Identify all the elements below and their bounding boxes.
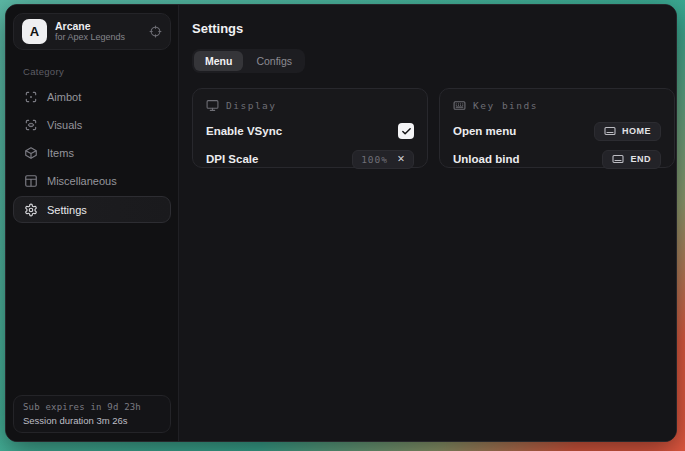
setting-label: DPI Scale [206, 153, 258, 165]
sidebar-item-label: Miscellaneous [47, 175, 117, 187]
sidebar-item-label: Visuals [47, 119, 82, 131]
sidebar-nav: Aimbot Visuals Items [13, 83, 171, 223]
unload-keybind[interactable]: END [602, 150, 661, 169]
app-logo: A [22, 19, 47, 44]
sidebar-item-label: Items [47, 147, 74, 159]
sidebar-item-label: Settings [47, 204, 87, 216]
sidebar-item-settings[interactable]: Settings [13, 196, 171, 223]
sub-expires-text: Sub expires in 9d 23h [23, 402, 161, 412]
sidebar: A Arcane for Apex Legends Category [6, 5, 179, 441]
keybind-value: END [630, 154, 651, 164]
keyboard-icon [604, 125, 616, 137]
keybind-value: HOME [622, 126, 651, 136]
subscription-status-card: Sub expires in 9d 23h Session duration 3… [13, 395, 171, 433]
tab-group: Menu Configs [192, 49, 305, 73]
setting-row-unload-bind: Unload bind END [453, 150, 661, 168]
vsync-checkbox[interactable] [398, 123, 414, 139]
session-duration-text: Session duration 3m 26s [23, 415, 161, 426]
keybinds-card: Key binds Open menu HOME Unload bin [439, 88, 675, 168]
crosshair-icon[interactable] [149, 25, 162, 38]
sidebar-item-label: Aimbot [47, 91, 81, 103]
setting-row-dpi-scale: DPI Scale 100% ✕ [206, 150, 414, 168]
crosshair-focus-icon [24, 90, 38, 104]
dpi-scale-input[interactable]: 100% ✕ [352, 150, 414, 169]
clear-icon[interactable]: ✕ [397, 154, 405, 164]
keyboard-icon [612, 153, 624, 165]
setting-row-open-menu: Open menu HOME [453, 122, 661, 140]
tab-configs[interactable]: Configs [245, 51, 303, 71]
sidebar-item-miscellaneous[interactable]: Miscellaneous [13, 167, 171, 195]
open-menu-keybind[interactable]: HOME [594, 122, 661, 141]
sidebar-item-items[interactable]: Items [13, 139, 171, 167]
setting-label: Unload bind [453, 153, 519, 165]
layout-panels-icon [24, 174, 38, 188]
setting-label: Open menu [453, 125, 516, 137]
tab-menu[interactable]: Menu [194, 51, 243, 71]
app-logo-card[interactable]: A Arcane for Apex Legends [13, 13, 171, 50]
sidebar-item-aimbot[interactable]: Aimbot [13, 83, 171, 111]
card-title: Key binds [473, 100, 538, 111]
dpi-scale-value: 100% [361, 154, 388, 165]
card-title: Display [226, 100, 277, 111]
sidebar-item-visuals[interactable]: Visuals [13, 111, 171, 139]
category-label: Category [23, 66, 171, 77]
check-icon [401, 126, 412, 137]
setting-row-enable-vsync: Enable VSync [206, 122, 414, 140]
main-content: Settings Menu Configs Display Enable VSy… [179, 5, 677, 441]
package-icon [24, 146, 38, 160]
app-window: A Arcane for Apex Legends Category [5, 4, 677, 442]
app-subtitle: for Apex Legends [55, 32, 141, 42]
keyboard-icon [453, 99, 466, 112]
app-title: Arcane [55, 20, 141, 32]
scan-eye-icon [24, 118, 38, 132]
setting-label: Enable VSync [206, 125, 282, 137]
settings-cards: Display Enable VSync DPI Scale 100% ✕ [192, 88, 675, 168]
display-card: Display Enable VSync DPI Scale 100% ✕ [192, 88, 428, 168]
gear-icon [24, 203, 38, 217]
page-title: Settings [192, 21, 675, 36]
monitor-icon [206, 99, 219, 112]
